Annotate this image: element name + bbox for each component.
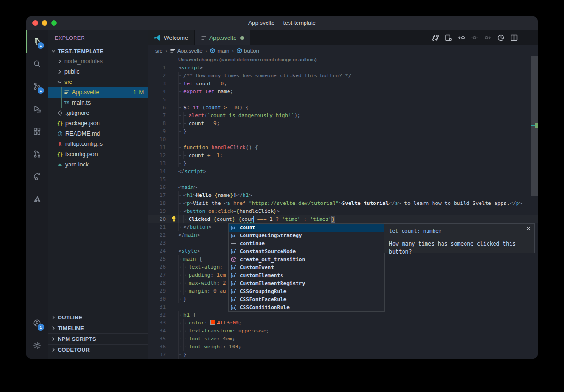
activitybar-item-github-pull-requests[interactable] xyxy=(26,143,48,165)
code-line-36[interactable]: 36→→font-weight: 100; xyxy=(148,343,538,351)
code-line-12[interactable]: 12→→count += 1; xyxy=(148,151,538,159)
next-change-icon[interactable] xyxy=(482,32,494,44)
explorer-item-tsconfig-json[interactable]: {}tsconfig.json xyxy=(48,149,148,159)
code-line-13[interactable]: 13→} xyxy=(148,159,538,167)
code-line-19[interactable]: 19→<button on:click={handleClick}> xyxy=(148,207,538,215)
code-line-16[interactable]: 16<main> xyxy=(148,183,538,191)
braces-file-icon: {} xyxy=(56,121,64,126)
breadcrumb-item-main[interactable]: main xyxy=(210,48,229,53)
close-window-button[interactable] xyxy=(32,20,38,26)
explorer-item-public[interactable]: public xyxy=(48,67,148,77)
activitybar-item-source-control[interactable]: 1 xyxy=(26,75,48,98)
previous-change-icon[interactable] xyxy=(456,32,467,44)
code-line-1[interactable]: 1<script> xyxy=(148,64,538,72)
tab-app-svelte[interactable]: App.svelte xyxy=(195,30,250,45)
tab-welcome[interactable]: Welcome xyxy=(148,30,195,45)
suggestion-count[interactable]: count xyxy=(229,224,384,232)
code-line-8[interactable]: 8→→count = 9; xyxy=(148,120,538,128)
indent-guide xyxy=(61,87,62,98)
code-line-18[interactable]: 18→<p>Visit the <a href="https://svelte.… xyxy=(148,199,538,207)
suggestion-cssconditionrule[interactable]: CSSConditionRule xyxy=(229,303,384,311)
code-line-32[interactable]: 32→h1 { xyxy=(148,311,538,319)
workspace-root-folder[interactable]: TEST-TEMPLATE xyxy=(48,46,148,56)
breadcrumb-item-button[interactable]: button xyxy=(236,48,259,53)
file-history-icon[interactable] xyxy=(495,32,507,44)
color-swatch[interactable] xyxy=(210,320,215,325)
code-line-20[interactable]: 20→Clicked {count} {coun === 1 ? 'time' … xyxy=(148,215,538,223)
activitybar-item-run-and-debug[interactable] xyxy=(26,98,48,120)
lightbulb-icon[interactable] xyxy=(171,216,177,223)
code-line-37[interactable]: 37→} xyxy=(148,351,538,359)
explorer-item-src[interactable]: src xyxy=(48,77,148,87)
activitybar-item-explorer[interactable]: 1 xyxy=(26,30,48,53)
code-token: </ xyxy=(178,232,184,238)
suggestion-cssfontfacerule[interactable]: CSSFontFaceRule xyxy=(229,295,384,303)
minimize-window-button[interactable] xyxy=(42,20,47,26)
activitybar-item-azure[interactable] xyxy=(26,188,48,210)
sidebar-section-npm-scripts[interactable]: NPM SCRIPTS xyxy=(48,333,148,344)
code-line-10[interactable]: 10 xyxy=(148,136,538,143)
breadcrumb-item-src[interactable]: src xyxy=(155,48,162,53)
code-line-33[interactable]: 33→→color: #ff3e00; xyxy=(148,319,538,327)
explorer-item-yarn-lock[interactable]: yarn.lock xyxy=(48,159,148,170)
explorer-item-readme-md[interactable]: README.md xyxy=(48,128,148,139)
code-line-5[interactable]: 5 xyxy=(148,96,538,104)
explorer-more-actions-icon[interactable] xyxy=(135,35,141,41)
code-line-7[interactable]: 7→→alert(`count is dangerously high!`); xyxy=(148,112,538,120)
activitybar-item-live-share[interactable] xyxy=(26,165,48,188)
explorer-item-node-modules[interactable]: node_modules xyxy=(48,56,148,67)
suggestion-continue[interactable]: continue xyxy=(229,240,384,248)
zoom-window-button[interactable] xyxy=(51,20,57,26)
traffic-lights xyxy=(32,20,57,26)
code-token: : xyxy=(217,280,223,286)
suggestion-constantsourcenode[interactable]: ConstantSourceNode xyxy=(229,248,384,256)
code-line-14[interactable]: 14</script> xyxy=(148,167,538,175)
split-editor-icon[interactable] xyxy=(508,32,520,44)
code-line-17[interactable]: 17→<h1>Hello {name}!</h1> xyxy=(148,191,538,199)
code-token: } xyxy=(230,192,233,198)
breadcrumb-item-app-svelte[interactable]: App.svelte xyxy=(170,48,203,53)
code-line-35[interactable]: 35→→font-size: 4em; xyxy=(148,335,538,343)
code-line-3[interactable]: 3→let count = 0; xyxy=(148,80,538,88)
suggestion-customelementregistry[interactable]: CustomElementRegistry xyxy=(229,279,384,287)
sidebar-section-outline[interactable]: OUTLINE xyxy=(48,312,148,323)
explorer-item-app-svelte[interactable]: App.svelte1, M xyxy=(48,87,148,98)
open-changes-icon[interactable] xyxy=(442,32,454,44)
line-number: 20 xyxy=(148,215,166,223)
chevron-right-icon xyxy=(56,69,63,75)
suggestion-cssgroupingrule[interactable]: CSSGroupingRule xyxy=(229,287,384,295)
suggestion-customelements[interactable]: customElements xyxy=(229,271,384,279)
explorer-sidebar: EXPLORER TEST-TEMPLATE node_modulespubli… xyxy=(48,30,148,359)
activitybar-item-accounts[interactable]: 1 xyxy=(26,312,48,334)
codelens-message[interactable]: Unsaved changes (cannot determine recent… xyxy=(148,56,538,64)
git-compare-icon[interactable] xyxy=(429,32,441,44)
close-icon[interactable] xyxy=(526,226,531,231)
explorer-item-package-json[interactable]: {}package.json xyxy=(48,118,148,128)
code-line-11[interactable]: 11→function handleClick() { xyxy=(148,143,538,151)
code-line-4[interactable]: 4→export let name; xyxy=(148,88,538,96)
editor[interactable]: Unsaved changes (cannot determine recent… xyxy=(148,56,538,359)
code-line-34[interactable]: 34→→text-transform: uppercase; xyxy=(148,327,538,335)
explorer-item-rollup-config-js[interactable]: rollup.config.js xyxy=(48,139,148,149)
code-line-2[interactable]: 2→/** How many times has someone clicked… xyxy=(148,72,538,80)
sidebar-section-timeline[interactable]: TIMELINE xyxy=(48,323,148,333)
current-change-icon[interactable] xyxy=(469,32,480,44)
code-line-6[interactable]: 6→$: if (count >= 10) { xyxy=(148,104,538,112)
code-line-15[interactable]: 15 xyxy=(148,175,538,183)
suggestion-create-out-transition[interactable]: create_out_transition xyxy=(229,256,384,264)
suggestion-countqueuingstrategy[interactable]: CountQueuingStrategy xyxy=(229,232,384,240)
activitybar-item-extensions[interactable] xyxy=(26,120,48,143)
editor-actions xyxy=(429,30,538,45)
suggestion-customevent[interactable]: CustomEvent xyxy=(229,264,384,271)
more-actions-icon[interactable] xyxy=(521,32,533,44)
breadcrumb-separator: › xyxy=(232,48,234,53)
code-token: count xyxy=(205,105,221,111)
file-label: tsconfig.json xyxy=(65,151,98,158)
activitybar-item-settings[interactable] xyxy=(26,334,48,357)
explorer-item-gitignore[interactable]: .gitignore xyxy=(48,108,148,118)
sidebar-section-codetour[interactable]: CODETOUR xyxy=(48,344,148,355)
activitybar-item-search[interactable] xyxy=(26,53,48,75)
whitespace-indent: → xyxy=(178,72,183,80)
explorer-item-main-ts[interactable]: TSmain.ts xyxy=(48,98,148,108)
code-line-9[interactable]: 9→} xyxy=(148,128,538,136)
